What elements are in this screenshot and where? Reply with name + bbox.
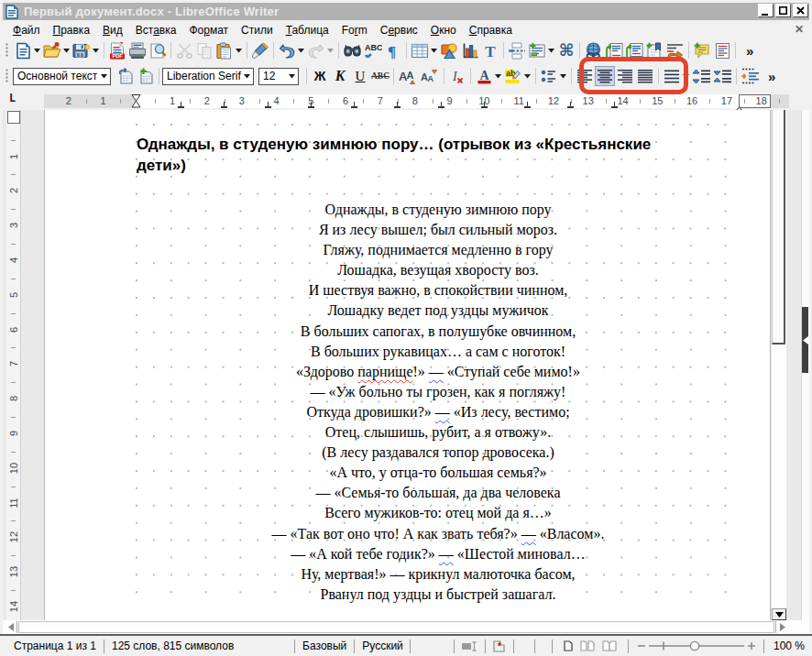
decrease-paragraph-spacing-button[interactable] bbox=[712, 66, 733, 86]
menu-form[interactable]: Form bbox=[335, 21, 374, 39]
align-right-button[interactable] bbox=[615, 66, 635, 86]
insert-bookmark-button[interactable] bbox=[644, 40, 664, 60]
horizontal-ruler[interactable]: 12123456789101112131415161718 bbox=[44, 94, 789, 108]
cut-button[interactable] bbox=[174, 40, 194, 60]
close-document-icon[interactable]: ✕ bbox=[793, 23, 806, 36]
single-page-view-icon[interactable] bbox=[553, 640, 576, 651]
new-style-button[interactable] bbox=[136, 66, 156, 86]
multi-page-view-icon[interactable] bbox=[576, 640, 598, 651]
line-spacing-button[interactable] bbox=[662, 66, 682, 86]
toolbar-grip[interactable] bbox=[5, 69, 8, 83]
font-color-button[interactable]: А bbox=[474, 66, 494, 86]
new-document-button[interactable] bbox=[13, 40, 33, 60]
menu-окно[interactable]: Окно bbox=[424, 21, 463, 39]
paste-button[interactable] bbox=[214, 40, 235, 60]
open-dropdown-icon[interactable] bbox=[62, 40, 71, 60]
vertical-scrollbar[interactable] bbox=[772, 110, 786, 620]
menu-файл[interactable]: Файл bbox=[6, 21, 47, 39]
menu-вставка[interactable]: Вставка bbox=[129, 21, 183, 39]
clear-direct-formatting-button[interactable]: I bbox=[447, 66, 467, 86]
sidebar-show-handle[interactable] bbox=[802, 307, 808, 373]
paste-dropdown-icon[interactable] bbox=[235, 40, 243, 60]
menu-правка[interactable]: Правка bbox=[47, 21, 97, 39]
insert-comment-button[interactable] bbox=[692, 40, 712, 60]
close-button[interactable] bbox=[793, 4, 808, 17]
maximize-button[interactable] bbox=[775, 4, 791, 17]
menu-вид[interactable]: Вид bbox=[96, 21, 129, 39]
insert-field-dropdown-icon[interactable] bbox=[547, 40, 555, 60]
right-indent-marker[interactable] bbox=[734, 101, 744, 108]
text-language[interactable]: Русский bbox=[355, 640, 410, 652]
menu-стили[interactable]: Стили bbox=[235, 21, 280, 39]
align-center-button[interactable] bbox=[595, 66, 615, 86]
menu-таблица[interactable]: Таблица bbox=[280, 21, 335, 39]
copy-button[interactable] bbox=[194, 40, 214, 60]
minimize-button[interactable] bbox=[758, 4, 774, 17]
insert-endnote-button[interactable] bbox=[624, 40, 644, 60]
decrease-font-size-button[interactable]: АА bbox=[419, 66, 441, 86]
insert-footnote-button[interactable] bbox=[604, 40, 624, 60]
undo-dropdown-icon[interactable] bbox=[297, 40, 305, 60]
save-button[interactable] bbox=[71, 40, 92, 60]
horizontal-scrollbar[interactable] bbox=[3, 620, 809, 634]
document-page[interactable]: Однажды, в студеную зимнюю пору… (отрыво… bbox=[44, 110, 771, 620]
combo-dropdown-icon[interactable] bbox=[101, 69, 107, 84]
insert-cross-reference-button[interactable] bbox=[664, 40, 686, 60]
highlighting-color-button[interactable]: ab bbox=[503, 66, 523, 86]
selection-mode-icon[interactable] bbox=[455, 641, 485, 651]
toolbar-overflow-button[interactable]: » bbox=[768, 69, 774, 84]
update-style-button[interactable] bbox=[115, 66, 136, 86]
page-count[interactable]: Страница 1 из 1 bbox=[0, 640, 104, 652]
menu-сервис[interactable]: Сервис bbox=[374, 21, 424, 39]
paragraph-indent-marker[interactable] bbox=[131, 94, 141, 108]
font-size-combo[interactable]: 12 bbox=[258, 68, 299, 85]
font-name-combo[interactable]: Liberation Serif bbox=[162, 68, 254, 85]
increase-font-size-button[interactable]: АА bbox=[397, 66, 419, 86]
insert-page-break-button[interactable] bbox=[507, 40, 527, 60]
save-dropdown-icon[interactable] bbox=[92, 40, 100, 60]
insert-text-box-button[interactable]: T bbox=[480, 40, 500, 60]
insert-chart-button[interactable] bbox=[460, 40, 480, 60]
align-justify-button[interactable] bbox=[635, 66, 655, 86]
vertical-ruler[interactable]: 1234567891011121314 bbox=[6, 110, 21, 620]
insert-table-button[interactable] bbox=[410, 40, 430, 60]
scroll-right-button[interactable] bbox=[775, 621, 788, 633]
unordered-list-dropdown-icon[interactable] bbox=[559, 66, 567, 86]
bold-button[interactable]: Ж bbox=[310, 66, 330, 86]
zoom-level[interactable]: 100 % bbox=[764, 640, 812, 652]
toolbar-overflow-button[interactable]: » bbox=[746, 43, 752, 59]
menu-справка[interactable]: Справка bbox=[463, 21, 519, 39]
paragraph-style-combo[interactable]: Основной текст bbox=[13, 68, 111, 85]
menu-формат[interactable]: Формат bbox=[182, 21, 235, 39]
scroll-down-button[interactable] bbox=[772, 608, 786, 620]
export-pdf-button[interactable]: PDF bbox=[107, 40, 127, 60]
combo-dropdown-icon[interactable] bbox=[289, 69, 295, 84]
toolbar-grip[interactable] bbox=[5, 43, 8, 58]
new-document-dropdown-icon[interactable] bbox=[33, 40, 41, 60]
poem-text[interactable]: Однажды, в студеную зимнюю поруЯ из лесу… bbox=[137, 200, 740, 605]
insert-image-button[interactable] bbox=[439, 40, 460, 60]
print-preview-button[interactable] bbox=[148, 40, 168, 60]
increase-paragraph-spacing-button[interactable] bbox=[691, 66, 712, 86]
print-button[interactable] bbox=[127, 40, 148, 60]
clone-formatting-button[interactable] bbox=[250, 40, 270, 60]
insert-special-character-button[interactable]: ⌘ bbox=[556, 40, 576, 60]
formatting-marks-button[interactable]: ¶ bbox=[383, 40, 403, 60]
track-changes-button[interactable] bbox=[712, 40, 732, 60]
spelling-button[interactable]: ABC bbox=[363, 40, 383, 60]
tab-stop-type-selector[interactable]: L bbox=[5, 93, 19, 106]
find-and-replace-button[interactable] bbox=[342, 40, 363, 60]
open-button[interactable] bbox=[42, 40, 62, 60]
zoom-slider[interactable] bbox=[629, 640, 763, 652]
document-heading[interactable]: Однажды, в студеную зимнюю пору… (отрыво… bbox=[137, 134, 709, 176]
scroll-left-button[interactable] bbox=[5, 621, 17, 633]
redo-button[interactable] bbox=[306, 40, 326, 60]
book-view-icon[interactable] bbox=[598, 640, 620, 651]
vertical-scrollbar-thumb[interactable] bbox=[772, 110, 785, 344]
document-modified-icon[interactable]: * bbox=[486, 640, 513, 652]
insert-field-button[interactable] bbox=[527, 40, 547, 60]
undo-button[interactable] bbox=[277, 40, 297, 60]
word-count[interactable]: 125 слов, 815 символов bbox=[104, 640, 241, 652]
insert-table-dropdown-icon[interactable] bbox=[430, 40, 438, 60]
strikethrough-button[interactable]: ABC bbox=[370, 66, 390, 86]
